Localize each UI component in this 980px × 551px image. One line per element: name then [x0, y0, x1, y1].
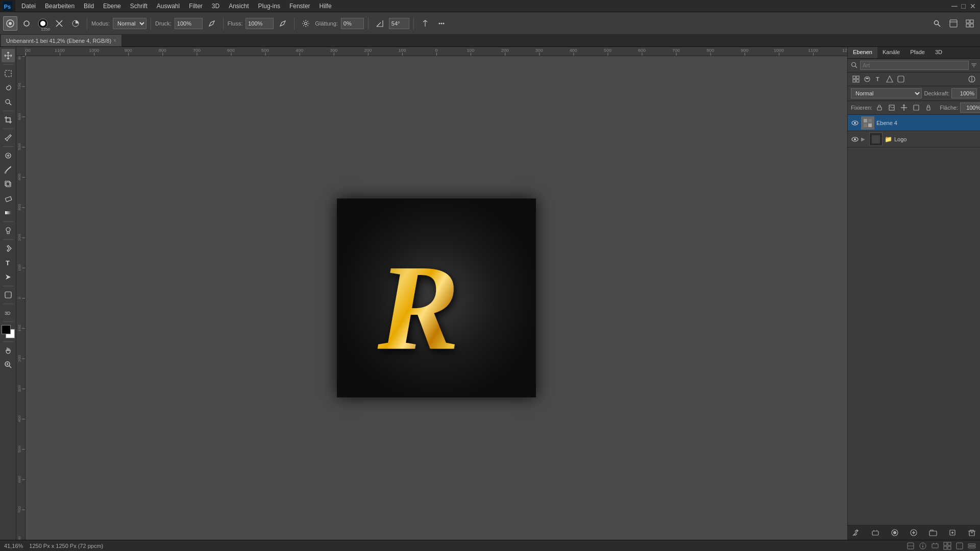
settings-btn[interactable]: [299, 16, 313, 31]
layer-group-arrow[interactable]: ▶: [861, 136, 867, 142]
workspace[interactable]: R: [26, 56, 847, 540]
workspace-btn[interactable]: [946, 16, 961, 31]
gradient-tool[interactable]: [2, 206, 15, 219]
zoom-tool[interactable]: [2, 358, 15, 371]
mode-select[interactable]: Normal: [113, 18, 146, 29]
status-arrange-btn[interactable]: [968, 542, 976, 550]
menu-bearbeiten[interactable]: Bearbeiten: [41, 2, 79, 11]
angle-btn[interactable]: [373, 16, 387, 31]
blend-mode-select[interactable]: Normal: [851, 88, 922, 98]
layout-btn[interactable]: [963, 16, 977, 31]
angle-input[interactable]: [389, 18, 409, 29]
brush-size-btn[interactable]: [19, 16, 34, 31]
tool-opacity-btn[interactable]: [68, 16, 83, 31]
crop-tool[interactable]: [2, 113, 15, 127]
svg-point-28: [6, 228, 10, 232]
foreground-color[interactable]: [2, 325, 11, 334]
druck-input[interactable]: [175, 18, 203, 29]
move-tool[interactable]: [2, 49, 15, 62]
brush-tool[interactable]: [2, 163, 15, 177]
opacity-input[interactable]: [951, 88, 977, 98]
filter-smart-btn[interactable]: [896, 74, 906, 84]
svg-rect-26: [5, 196, 12, 202]
status-layout-btn[interactable]: [943, 542, 951, 550]
symmetry-btn[interactable]: [418, 16, 432, 31]
color-swatches[interactable]: [2, 325, 15, 338]
filter-text-btn[interactable]: T: [873, 74, 884, 84]
tab-kanaele[interactable]: Kanäle: [877, 47, 905, 58]
layers-bottom: [848, 525, 980, 540]
lock-all-btn[interactable]: [923, 103, 934, 113]
tab-ebenen[interactable]: Ebenen: [848, 47, 877, 58]
status-history-btn[interactable]: [931, 542, 939, 550]
eyedropper-tool[interactable]: [2, 131, 15, 144]
add-group-btn[interactable]: [928, 528, 938, 538]
layer-item-logo[interactable]: ▶ 📁 Logo: [848, 131, 980, 147]
search-btn[interactable]: [930, 16, 944, 31]
lock-transparent-btn[interactable]: [874, 103, 885, 113]
filter-toggle-btn[interactable]: [967, 74, 977, 84]
menu-auswahl[interactable]: Auswahl: [153, 2, 184, 11]
delete-layer-btn[interactable]: [967, 528, 977, 538]
hand-tool[interactable]: [2, 344, 15, 357]
menu-bild[interactable]: Bild: [80, 2, 98, 11]
tab-close-btn[interactable]: ×: [113, 38, 116, 43]
window-minimize[interactable]: ─: [951, 2, 957, 11]
filter-adjust-btn[interactable]: [862, 74, 872, 84]
3d-tool[interactable]: 3D: [2, 306, 15, 319]
fluss-input[interactable]: [246, 18, 274, 29]
lock-image-btn[interactable]: [887, 103, 897, 113]
add-layer-btn[interactable]: [947, 528, 958, 538]
menu-filter[interactable]: Filter: [185, 2, 207, 11]
tab-3d[interactable]: 3D: [930, 47, 947, 58]
layer-visibility-ebene4[interactable]: [851, 119, 859, 127]
window-maximize[interactable]: □: [962, 2, 966, 10]
add-link-btn[interactable]: [851, 528, 861, 538]
druck-pen-btn[interactable]: [205, 16, 219, 31]
tool-mode-btn[interactable]: [52, 16, 66, 31]
menu-plugins[interactable]: Plug-ins: [254, 2, 284, 11]
lock-position-btn[interactable]: [899, 103, 909, 113]
menu-ansicht[interactable]: Ansicht: [225, 2, 253, 11]
glaettung-input[interactable]: [341, 18, 364, 29]
layer-visibility-logo[interactable]: [851, 135, 859, 143]
filter-shape-btn[interactable]: [885, 74, 895, 84]
menu-3d[interactable]: 3D: [208, 2, 224, 11]
fluss-pen-btn[interactable]: [276, 16, 290, 31]
svg-rect-18: [966, 24, 969, 27]
status-view-btn[interactable]: [955, 542, 964, 550]
brush-tool-btn[interactable]: [3, 16, 17, 31]
window-close[interactable]: ✕: [970, 2, 976, 10]
extra-btn[interactable]: [434, 16, 449, 31]
layers-search-input[interactable]: [860, 61, 969, 70]
pen-tool[interactable]: [2, 242, 15, 255]
add-mask-btn[interactable]: [890, 528, 900, 538]
menu-hilfe[interactable]: Hilfe: [315, 2, 336, 11]
add-adjustment-btn[interactable]: [909, 528, 919, 538]
status-info-btn[interactable]: [919, 542, 927, 550]
filter-pixel-btn[interactable]: [851, 74, 861, 84]
type-tool[interactable]: T: [2, 256, 15, 269]
tab-pfade[interactable]: Pfade: [905, 47, 930, 58]
fill-input[interactable]: [960, 103, 980, 113]
add-effect-btn[interactable]: [870, 528, 880, 538]
svg-rect-47: [898, 76, 904, 82]
menu-ebene[interactable]: Ebene: [99, 2, 125, 11]
active-tab[interactable]: Unbenannt-1 bei 41,2% (Ebene 4, RGB/8) ×: [1, 35, 122, 46]
quick-select-tool[interactable]: [2, 95, 15, 109]
lasso-tool[interactable]: [2, 81, 15, 94]
layer-item-ebene4[interactable]: Ebene 4: [848, 115, 980, 131]
path-select-tool[interactable]: [2, 270, 15, 284]
dodge-tool[interactable]: [2, 224, 15, 237]
menu-fenster[interactable]: Fenster: [285, 2, 314, 11]
shape-tool[interactable]: [2, 288, 15, 302]
menu-datei[interactable]: Datei: [17, 2, 40, 11]
select-tool[interactable]: [2, 67, 15, 80]
lock-artboard-btn[interactable]: [911, 103, 921, 113]
eraser-tool[interactable]: [2, 192, 15, 205]
status-color-profile-btn[interactable]: [906, 542, 915, 550]
clone-stamp-tool[interactable]: [2, 178, 15, 191]
menu-schrift[interactable]: Schrift: [126, 2, 152, 11]
heal-tool[interactable]: [2, 149, 15, 162]
canvas-document[interactable]: R: [337, 198, 536, 397]
